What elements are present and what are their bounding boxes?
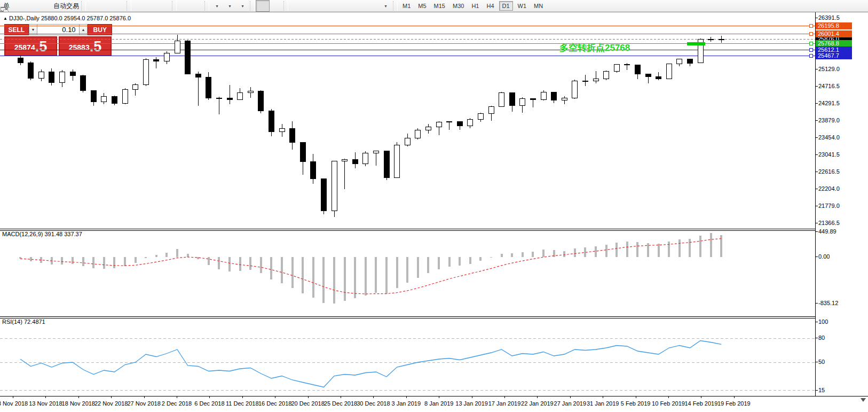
date-label: 27 Jan 2019 bbox=[554, 400, 587, 407]
toolbar-separator bbox=[204, 1, 209, 11]
date-label: 30 Dec 2018 bbox=[357, 400, 390, 407]
pane-separator[interactable] bbox=[0, 229, 815, 231]
timeframe-mn-button[interactable]: MN bbox=[531, 2, 546, 10]
signal-button[interactable] bbox=[38, 1, 51, 11]
auto-scroll-button[interactable] bbox=[191, 1, 203, 11]
zoom-out-button[interactable] bbox=[145, 1, 158, 11]
pane-separator[interactable] bbox=[0, 316, 815, 318]
price-line-tag: 25467.7 bbox=[816, 52, 852, 59]
date-label: 6 Dec 2018 bbox=[194, 400, 224, 407]
date-tick bbox=[111, 396, 112, 398]
timeframe-h4-button[interactable]: H4 bbox=[484, 2, 496, 10]
date-label: 13 Nov 2018 bbox=[29, 400, 62, 407]
date-tick bbox=[701, 396, 701, 398]
date-tick bbox=[13, 396, 13, 398]
vertical-line-button[interactable] bbox=[289, 1, 302, 11]
search-button[interactable] bbox=[842, 1, 855, 11]
date-label: 22 Jan 2019 bbox=[521, 400, 554, 407]
channel-button[interactable]: E bbox=[328, 1, 341, 11]
date-tick bbox=[45, 396, 46, 398]
shapes-button[interactable]: ▾ bbox=[379, 1, 392, 11]
price-tick-label: 24716.5 bbox=[818, 83, 840, 89]
macd-indicator-label: MACD(12,26,9) 391.48 337.37 bbox=[2, 231, 82, 237]
date-label: 31 Jan 2019 bbox=[587, 400, 619, 407]
autotrade-button[interactable]: 自动交易 bbox=[51, 1, 80, 11]
date-tick bbox=[406, 396, 407, 398]
rsi-tick-label: 50 bbox=[818, 359, 825, 365]
gold-button[interactable] bbox=[13, 1, 26, 11]
price-line-tag: 26001.4 bbox=[816, 30, 852, 37]
cursor-button[interactable] bbox=[256, 0, 270, 12]
date-label: 5 Feb 2019 bbox=[621, 400, 651, 407]
date-label: 16 Dec 2018 bbox=[258, 400, 291, 407]
date-tick bbox=[308, 396, 309, 398]
chat-button[interactable] bbox=[855, 1, 868, 11]
date-label: 3 Jan 2019 bbox=[392, 400, 421, 407]
price-tick-label: 22204.0 bbox=[818, 185, 840, 192]
price-axis-border bbox=[815, 12, 816, 396]
crosshair-button[interactable] bbox=[270, 1, 282, 11]
dropdown-caret-icon[interactable]: ▾ bbox=[384, 4, 386, 9]
bar-chart-button[interactable] bbox=[87, 1, 100, 11]
date-tick bbox=[603, 396, 603, 398]
timeframe-w1-button[interactable]: W1 bbox=[515, 2, 530, 10]
trendline-button[interactable] bbox=[315, 1, 328, 11]
macd-tick-label: 449.89 bbox=[818, 228, 837, 235]
template-button[interactable]: ▾ bbox=[236, 1, 249, 11]
new-chart-button[interactable]: ▾ bbox=[210, 1, 223, 11]
date-tick bbox=[144, 396, 145, 398]
rsi-indicator-label: RSI(14) 72.4871 bbox=[2, 318, 45, 325]
date-label: 25 Dec 2018 bbox=[324, 400, 357, 407]
toolbar-separator bbox=[393, 1, 398, 11]
date-label: 19 Feb 2019 bbox=[717, 400, 751, 407]
chart-shift-button[interactable] bbox=[178, 1, 191, 11]
price-tick-label: 25129.0 bbox=[818, 66, 840, 72]
timeframe-d1-button[interactable]: D1 bbox=[499, 1, 513, 11]
timeframe-h1-button[interactable]: H1 bbox=[469, 2, 482, 10]
timeframe-m5-button[interactable]: M5 bbox=[415, 2, 429, 10]
date-tick bbox=[177, 396, 177, 398]
price-line-tag: 26195.8 bbox=[816, 22, 852, 29]
date-label: 8 Nov 2018 bbox=[0, 400, 28, 407]
toolbar-separator bbox=[283, 1, 288, 11]
date-tick bbox=[341, 396, 341, 398]
date-tick bbox=[439, 396, 439, 398]
date-tick bbox=[734, 396, 735, 398]
price-chart-canvas[interactable] bbox=[0, 12, 815, 229]
date-tick bbox=[472, 396, 472, 398]
chart-annotation-text: 多空转折点25768 bbox=[559, 42, 630, 54]
label-button[interactable]: T bbox=[366, 1, 379, 11]
timeframe-m15-button[interactable]: M15 bbox=[431, 2, 448, 10]
date-label: 10 Feb 2019 bbox=[652, 400, 685, 407]
line-chart-button[interactable] bbox=[113, 1, 125, 11]
period-clock-button[interactable]: ▾ bbox=[223, 1, 236, 11]
tile-windows-button[interactable] bbox=[158, 1, 171, 11]
date-tick bbox=[373, 396, 374, 398]
date-tick bbox=[242, 396, 243, 398]
date-tick bbox=[636, 396, 636, 398]
text-button[interactable]: A bbox=[353, 1, 366, 11]
dropdown-caret-icon[interactable]: ▾ bbox=[228, 4, 231, 9]
dropdown-caret-icon[interactable]: ▾ bbox=[241, 4, 243, 9]
price-tick-label: 21366.5 bbox=[818, 220, 840, 226]
price-tick-label: 23454.0 bbox=[818, 134, 840, 141]
horizontal-line-button[interactable] bbox=[302, 1, 315, 11]
macd-pane-canvas[interactable] bbox=[0, 230, 815, 316]
rsi-pane-canvas[interactable] bbox=[0, 318, 815, 396]
time-axis-border bbox=[0, 396, 868, 397]
rsi-tick-label: 80 bbox=[818, 335, 825, 341]
date-label: 14 Feb 2019 bbox=[685, 400, 718, 407]
timeframe-m30-button[interactable]: M30 bbox=[450, 2, 467, 10]
macd-tick-label: 0.00 bbox=[818, 253, 830, 260]
dropdown-caret-icon[interactable]: ▾ bbox=[216, 4, 218, 9]
terminal-button[interactable] bbox=[26, 1, 38, 11]
date-label: 8 Jan 2019 bbox=[424, 400, 453, 407]
zoom-in-button[interactable] bbox=[132, 1, 145, 11]
fibonacci-button[interactable]: F bbox=[341, 1, 353, 11]
timeframe-m1-button[interactable]: M1 bbox=[400, 2, 413, 10]
chart-window[interactable]: ▲ DJ30-,Daily 25880.0 25954.0 25787.0 25… bbox=[0, 12, 868, 412]
price-tick-label: 21779.0 bbox=[818, 203, 840, 209]
candlestick-chart-button[interactable] bbox=[100, 1, 113, 11]
rsi-tick-label: 15 bbox=[818, 387, 825, 393]
price-tick-label: 23879.0 bbox=[818, 117, 840, 123]
